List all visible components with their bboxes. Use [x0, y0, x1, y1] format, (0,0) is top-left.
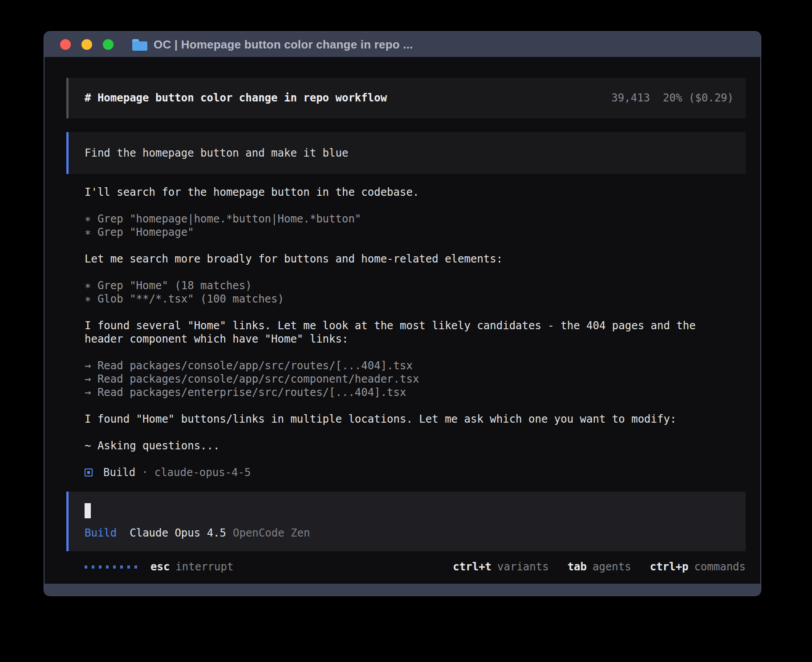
tab-key: tab — [568, 560, 587, 573]
commands-label: commands — [694, 560, 746, 573]
ctrl-t-key: ctrl+t — [453, 560, 491, 573]
hint-agents: tab agents — [568, 560, 631, 573]
assistant-text: I'll search for the homepage button in t… — [85, 186, 746, 199]
keyboard-hints: ctrl+t variants tab agents ctrl+p comman… — [453, 560, 746, 573]
assistant-text: Let me search more broadly for buttons a… — [85, 252, 746, 266]
user-message-text: Find the homepage button and make it blu… — [85, 146, 734, 160]
terminal-window: OC | Homepage button color change in rep… — [44, 31, 761, 596]
terminal-content[interactable]: # Homepage button color change in repo w… — [45, 57, 760, 584]
interrupt-hint: esc interrupt — [85, 560, 233, 573]
interrupt-label: interrupt — [175, 560, 233, 573]
folder-icon — [132, 40, 147, 51]
tool-call-grep: ∗ Grep "Homepage" — [85, 226, 746, 239]
agent-name: Build — [103, 466, 135, 479]
model-label: Claude Opus 4.5 — [130, 526, 226, 540]
variants-label: variants — [497, 560, 549, 573]
spinner-icon — [85, 565, 137, 569]
close-button[interactable] — [60, 39, 71, 50]
provider-label: OpenCode Zen — [233, 526, 310, 540]
tool-call-glob: ∗ Glob "**/*.tsx" (100 matches) — [85, 292, 746, 306]
agent-status-row: Build · claude-opus-4-5 — [85, 466, 746, 479]
session-title: # Homepage button color change in repo w… — [85, 91, 387, 105]
hint-commands: ctrl+p commands — [650, 560, 746, 573]
window-title: OC | Homepage button color change in rep… — [154, 38, 413, 52]
minimize-button[interactable] — [81, 39, 92, 50]
tool-call-grep: ∗ Grep "Home" (18 matches) — [85, 279, 746, 292]
agents-label: agents — [593, 560, 631, 573]
separator-dot: · — [142, 466, 148, 479]
model-name: claude-opus-4-5 — [154, 466, 251, 479]
text-cursor — [85, 503, 91, 518]
tool-call-grep: ∗ Grep "homepage|home.*button|Home.*butt… — [85, 212, 746, 226]
build-agent-icon — [85, 468, 93, 476]
asking-status-text: ~ Asking questions... — [85, 439, 746, 452]
tool-call-read: → Read packages/console/app/src/routes/[… — [85, 359, 746, 372]
window-bottom-chrome — [45, 584, 760, 595]
input-status-row: Build Claude Opus 4.5 OpenCode Zen — [85, 526, 730, 540]
esc-key: esc — [150, 560, 170, 573]
prompt-input[interactable]: Build Claude Opus 4.5 OpenCode Zen — [66, 492, 746, 551]
titlebar[interactable]: OC | Homepage button color change in rep… — [45, 32, 760, 57]
assistant-text: header component which have "Home" links… — [85, 332, 746, 346]
tool-call-read: → Read packages/enterprise/src/routes/[.… — [85, 386, 746, 399]
assistant-text: I found "Home" buttons/links in multiple… — [85, 412, 746, 426]
user-message: Find the homepage button and make it blu… — [66, 132, 746, 174]
hint-variants: ctrl+t variants — [453, 560, 548, 573]
assistant-text: I found several "Home" links. Let me loo… — [85, 319, 746, 332]
session-stats: 39,413 20% ($0.29) — [611, 91, 734, 105]
token-count: 39,413 — [611, 91, 650, 105]
agent-badge[interactable]: Build — [85, 526, 117, 540]
zoom-button[interactable] — [103, 39, 114, 50]
session-header: # Homepage button color change in repo w… — [66, 78, 746, 118]
context-usage: 20% ($0.29) — [663, 91, 734, 105]
ctrl-p-key: ctrl+p — [650, 560, 689, 573]
tool-call-read: → Read packages/console/app/src/componen… — [85, 372, 746, 386]
status-bar: esc interrupt ctrl+t variants tab agents… — [85, 560, 746, 573]
